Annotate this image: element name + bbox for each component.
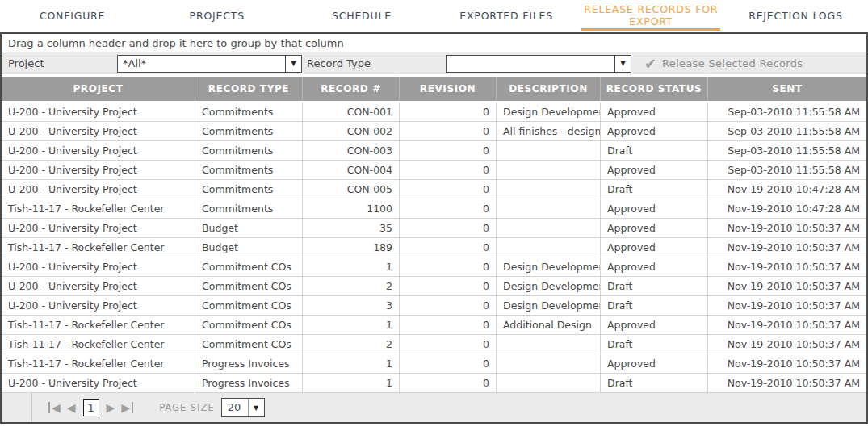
cell-record-status: Approved	[601, 238, 708, 257]
cell-sent: Sep-03-2010 11:55:58 AM	[708, 122, 866, 141]
column-header-revision[interactable]: REVISION	[400, 77, 497, 101]
table-row[interactable]: Tish-11-17 - Rockefeller Center Budget 1…	[2, 238, 866, 257]
table-row[interactable]: U-200 - University Project Budget 35 0 A…	[2, 219, 866, 238]
cell-sent: Nov-19-2010 10:50:37 AM	[708, 277, 866, 296]
column-header-record-status[interactable]: RECORD STATUS	[601, 77, 708, 101]
cell-revision: 0	[400, 219, 497, 238]
page-size-dropdown[interactable]: 20 ▼	[221, 398, 265, 417]
cell-record-type: Commitments	[195, 161, 303, 180]
cell-record-status: Approved	[601, 219, 708, 238]
cell-description: Additional Design	[497, 316, 601, 335]
cell-record-status: Approved	[601, 316, 708, 335]
cell-project: Tish-11-17 - Rockefeller Center	[2, 316, 195, 335]
chevron-down-icon[interactable]: ▼	[614, 56, 631, 72]
table-row[interactable]: U-200 - University Project Progress Invo…	[2, 374, 866, 393]
table-row[interactable]: Tish-11-17 - Rockefeller Center Commitme…	[2, 335, 866, 354]
project-filter-value: *All*	[118, 56, 285, 72]
pager-left-box	[2, 393, 32, 422]
cell-description: Design Development	[497, 277, 601, 296]
cell-project: Tish-11-17 - Rockefeller Center	[2, 354, 195, 374]
cell-description	[497, 238, 601, 257]
cell-description: All finishes - design a	[497, 122, 601, 141]
tab-projects[interactable]: PROJECTS	[145, 0, 289, 31]
cell-record-status: Approved	[601, 257, 708, 277]
first-page-icon[interactable]: ◀	[48, 402, 61, 413]
table-row[interactable]: U-200 - University Project Commitment CO…	[2, 257, 866, 277]
cell-record-type: Commitment COs	[195, 277, 303, 296]
cell-project: U-200 - University Project	[2, 296, 195, 316]
tab-configure[interactable]: CONFIGURE	[0, 0, 145, 31]
table-row[interactable]: U-200 - University Project Commitments C…	[2, 141, 866, 161]
cell-record-type: Commitment COs	[195, 316, 303, 335]
table-row[interactable]: Tish-11-17 - Rockefeller Center Commitme…	[2, 316, 866, 335]
cell-record-number: CON-004	[303, 161, 400, 180]
chevron-down-icon[interactable]: ▼	[285, 56, 301, 72]
cell-record-number: CON-003	[303, 141, 400, 161]
last-page-icon[interactable]: ▶	[121, 402, 133, 413]
cell-record-number: CON-001	[303, 103, 400, 122]
cell-revision: 0	[400, 122, 497, 141]
cell-record-type: Commitments	[195, 141, 303, 161]
cell-revision: 0	[400, 103, 497, 122]
cell-revision: 0	[400, 141, 497, 161]
cell-record-number: 1	[303, 354, 400, 374]
column-header-project[interactable]: PROJECT	[2, 77, 195, 101]
cell-description	[497, 335, 601, 354]
column-header-sent[interactable]: SENT	[708, 77, 866, 101]
table-row[interactable]: U-200 - University Project Commitments C…	[2, 103, 866, 122]
next-page-icon[interactable]: ▶	[107, 402, 115, 413]
cell-record-type: Commitments	[195, 180, 303, 199]
chevron-down-icon[interactable]: ▼	[248, 399, 264, 416]
cell-record-number: 1100	[303, 199, 400, 219]
cell-sent: Sep-03-2010 11:55:58 AM	[708, 141, 866, 161]
column-header-description[interactable]: DESCRIPTION	[497, 77, 601, 101]
column-header-record-type[interactable]: RECORD TYPE	[195, 77, 303, 101]
cell-description	[497, 180, 601, 199]
cell-revision: 0	[400, 199, 497, 219]
table-row[interactable]: Tish-11-17 - Rockefeller Center Progress…	[2, 354, 866, 374]
cell-record-status: Approved	[601, 103, 708, 122]
table-row[interactable]: U-200 - University Project Commitments C…	[2, 122, 866, 141]
cell-record-status: Approved	[601, 161, 708, 180]
group-by-drop-zone[interactable]: Drag a column header and drop it here to…	[2, 34, 866, 52]
record-type-filter-dropdown[interactable]: ▼	[446, 55, 631, 73]
cell-project: U-200 - University Project	[2, 257, 195, 277]
cell-project: Tish-11-17 - Rockefeller Center	[2, 335, 195, 354]
previous-page-icon[interactable]: ◀	[67, 402, 76, 413]
cell-sent: Sep-03-2010 11:55:58 AM	[708, 161, 866, 180]
cell-record-status: Approved	[601, 354, 708, 374]
column-header-record-number[interactable]: RECORD #	[303, 77, 400, 101]
cell-record-status: Approved	[601, 122, 708, 141]
cell-record-status: Draft	[601, 277, 708, 296]
page-size-label: PAGE SIZE	[159, 402, 215, 413]
current-page-input[interactable]: 1	[83, 399, 99, 416]
cell-revision: 0	[400, 374, 497, 393]
project-filter-dropdown[interactable]: *All* ▼	[117, 55, 302, 73]
cell-sent: Nov-19-2010 10:50:37 AM	[708, 316, 866, 335]
table-row[interactable]: U-200 - University Project Commitments C…	[2, 161, 866, 180]
tab-schedule[interactable]: SCHEDULE	[289, 0, 434, 31]
tab-release-records-for-export[interactable]: RELEASE RECORDS FOR EXPORT	[579, 0, 723, 31]
record-type-filter-value	[447, 56, 614, 72]
cell-record-number: CON-005	[303, 180, 400, 199]
table-row[interactable]: U-200 - University Project Commitment CO…	[2, 277, 866, 296]
cell-project: Tish-11-17 - Rockefeller Center	[2, 238, 195, 257]
table-row[interactable]: U-200 - University Project Commitments C…	[2, 180, 866, 199]
cell-record-type: Budget	[195, 219, 303, 238]
tab-exported-files[interactable]: EXPORTED FILES	[434, 0, 579, 31]
filter-row: Project *All* ▼ Record Type ▼ ✔ Release …	[2, 52, 866, 77]
tab-bar: CONFIGURE PROJECTS SCHEDULE EXPORTED FIL…	[0, 0, 868, 31]
tab-rejection-logs[interactable]: REJECTION LOGS	[723, 0, 868, 31]
checkmark-icon: ✔	[644, 55, 656, 72]
cell-record-status: Draft	[601, 180, 708, 199]
cell-record-status: Approved	[601, 199, 708, 219]
cell-sent: Nov-19-2010 10:47:28 AM	[708, 180, 866, 199]
cell-record-number: 189	[303, 238, 400, 257]
cell-record-type: Commitment COs	[195, 257, 303, 277]
table-row[interactable]: U-200 - University Project Commitment CO…	[2, 296, 866, 316]
cell-record-number: CON-002	[303, 122, 400, 141]
table-row[interactable]: Tish-11-17 - Rockefeller Center Commitme…	[2, 199, 866, 219]
cell-record-type: Progress Invoices	[195, 354, 303, 374]
cell-project: U-200 - University Project	[2, 161, 195, 180]
release-selected-records-button[interactable]: ✔ Release Selected Records	[644, 55, 803, 72]
